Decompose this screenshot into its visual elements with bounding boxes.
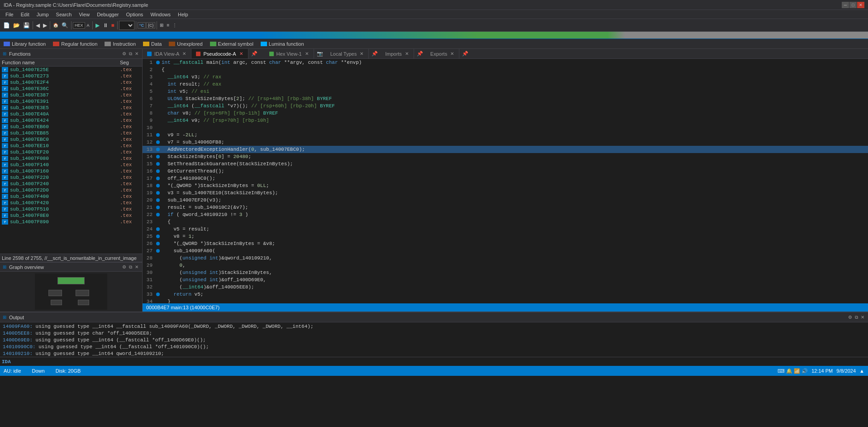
code-line[interactable]: 3 __int64 v3; // rax: [143, 73, 868, 81]
func-row[interactable]: f sub_14007F890 .tex: [0, 219, 142, 225]
tab-pseudocode[interactable]: Pseudocode-A ✕: [191, 49, 248, 58]
code-line[interactable]: 6 ULONG StackSizeInBytes[2]; // [rsp+48h…: [143, 95, 868, 102]
code-line[interactable]: 20 sub_14007EF20(v3);: [143, 197, 868, 204]
ida-view-tab-close[interactable]: ✕: [182, 51, 186, 56]
code-line[interactable]: 11 v9 = -2LL;: [143, 131, 868, 139]
functions-float-btn[interactable]: ⧉: [128, 51, 133, 57]
func-row[interactable]: f sub_14007E36C .tex: [0, 86, 142, 92]
menu-jump[interactable]: Jump: [33, 11, 52, 18]
menu-view[interactable]: View: [75, 11, 93, 18]
code-line[interactable]: 19 v3 = sub_14007EE10(StackSizeInBytes);: [143, 189, 868, 197]
func-row[interactable]: f sub_14007F2D0 .tex: [0, 187, 142, 193]
code-line[interactable]: 33 return v5;: [143, 291, 868, 298]
functions-close-btn[interactable]: ✕: [134, 51, 139, 57]
tb-pause[interactable]: ⏸: [101, 21, 110, 29]
code-line[interactable]: 30 (unsigned int)StackSizeInBytes,: [143, 269, 868, 276]
tb-disasm[interactable]: {C}: [146, 22, 156, 29]
func-row[interactable]: f sub_14007F420 .tex: [0, 200, 142, 206]
code-line[interactable]: 16 GetCurrentThread();: [143, 168, 868, 175]
func-row[interactable]: f sub_14007F140 .tex: [0, 162, 142, 168]
code-line[interactable]: 9 __int64 v9; // [rsp+70h] [rbp-10h]: [143, 117, 868, 124]
code-line[interactable]: 15 SetThreadStackGuarantee(StackSizeInBy…: [143, 160, 868, 168]
code-line[interactable]: 10: [143, 124, 868, 131]
func-row[interactable]: f sub_14007F240 .tex: [0, 181, 142, 187]
func-row[interactable]: f sub_14007E273 .tex: [0, 73, 142, 79]
code-line[interactable]: 1int __fastcall main(int argc, const cha…: [143, 59, 868, 66]
hex-tab-close[interactable]: ✕: [305, 51, 309, 56]
tb-asm[interactable]: A: [86, 22, 91, 29]
ida-input-field[interactable]: [14, 359, 866, 365]
local-types-tab-close[interactable]: ✕: [359, 51, 364, 56]
systray-expand[interactable]: ▲: [859, 368, 864, 374]
func-row[interactable]: f sub_14007F080 .tex: [0, 155, 142, 162]
code-line[interactable]: 25 v8 = 1;: [143, 233, 868, 240]
tb-stop[interactable]: ■: [110, 21, 116, 29]
menu-file[interactable]: File: [2, 11, 17, 18]
maximize-button[interactable]: □: [849, 2, 857, 8]
nav-icon2[interactable]: 📌: [369, 49, 381, 58]
func-row[interactable]: f sub_14007E3E5 .tex: [0, 105, 142, 111]
debugger-dropdown[interactable]: Local Windows debugger: [119, 21, 134, 30]
menu-debugger[interactable]: Debugger: [93, 11, 122, 18]
func-row[interactable]: f sub_14007F220 .tex: [0, 174, 142, 181]
tb-hex[interactable]: HEX: [73, 22, 85, 29]
close-button[interactable]: ✕: [857, 2, 864, 8]
func-row[interactable]: f sub_14007E25E .tex: [0, 67, 142, 73]
func-row[interactable]: f sub_14007E40A .tex: [0, 111, 142, 117]
tb-home[interactable]: 🏠: [52, 22, 60, 29]
code-line[interactable]: 4 int result; // eax: [143, 81, 868, 88]
tb-open[interactable]: 📂: [12, 21, 21, 29]
tb-run[interactable]: ▶: [94, 21, 101, 29]
graph-close-btn[interactable]: ✕: [134, 264, 139, 270]
func-row[interactable]: f sub_14007EF20 .tex: [0, 149, 142, 155]
menu-options[interactable]: Options: [122, 11, 147, 18]
menu-windows[interactable]: Windows: [147, 11, 174, 18]
code-line[interactable]: 31 (unsigned int)&off_1400D69E0,: [143, 276, 868, 283]
nav-icon3[interactable]: 📌: [414, 49, 426, 58]
menu-help[interactable]: Help: [174, 11, 192, 18]
func-row[interactable]: f sub_14007E2F4 .tex: [0, 79, 142, 86]
func-row[interactable]: f sub_14007E391 .tex: [0, 98, 142, 105]
code-line[interactable]: 22 if ( qword_140109210 != 3 ): [143, 211, 868, 218]
output-settings-btn[interactable]: ⚙: [847, 314, 853, 321]
code-line[interactable]: 7 __int64 (__fastcall *v7)(); // [rsp+60…: [143, 102, 868, 110]
menu-search[interactable]: Search: [52, 11, 76, 18]
output-close-btn[interactable]: ✕: [860, 314, 865, 321]
menu-edit[interactable]: Edit: [17, 11, 33, 18]
code-line[interactable]: 8 char v8; // [rsp+6Fh] [rbp-11h] BYREF: [143, 110, 868, 117]
tab-exports[interactable]: Exports ✕: [426, 49, 459, 58]
code-line[interactable]: 21 result = sub_140010C2(&v7);: [143, 204, 868, 211]
tb-c[interactable]: °C: [138, 22, 146, 29]
code-line[interactable]: 12 v7 = sub_14006DFB8;: [143, 139, 868, 146]
func-row[interactable]: f sub_14007F160 .tex: [0, 168, 142, 174]
tb-search[interactable]: 🔍: [60, 21, 70, 29]
func-row[interactable]: f sub_14007F510 .tex: [0, 206, 142, 212]
exports-tab-close[interactable]: ✕: [450, 51, 454, 56]
func-row[interactable]: f sub_14007E424 .tex: [0, 117, 142, 124]
func-row[interactable]: f sub_14007E387 .tex: [0, 92, 142, 98]
code-line[interactable]: 34 }: [143, 298, 868, 303]
functions-table[interactable]: Function name Seg f sub_14007E25E .tex f…: [0, 59, 142, 254]
code-line[interactable]: 23 {: [143, 218, 868, 225]
func-row[interactable]: f sub_14007EB85 .tex: [0, 130, 142, 136]
tb-graph1[interactable]: ⊞: [158, 22, 165, 29]
code-line[interactable]: 27 sub_14009FA60(: [143, 247, 868, 254]
tab-imports[interactable]: Imports ✕: [381, 49, 414, 58]
tb-forward[interactable]: ▶: [42, 21, 48, 29]
tab-hex-view[interactable]: Hex View-1 ✕: [265, 49, 314, 58]
tb-save[interactable]: 💾: [22, 21, 31, 29]
tab-nav-icon[interactable]: 📌: [248, 49, 260, 58]
tb-graph3[interactable]: ⋮: [171, 22, 178, 29]
code-line[interactable]: 28 (unsigned int)&qword_140109210,: [143, 254, 868, 262]
tab-ida-view[interactable]: IDA View-A ✕: [143, 49, 191, 58]
code-line[interactable]: 5 int v5; // esi: [143, 88, 868, 95]
tb-new[interactable]: 📄: [2, 21, 11, 29]
code-line[interactable]: 2{: [143, 66, 868, 73]
add-tab-icon[interactable]: 📌: [459, 49, 471, 58]
code-line[interactable]: 17 off_1401090C0();: [143, 175, 868, 182]
tab-local-types[interactable]: Local Types ✕: [326, 49, 369, 58]
code-line[interactable]: 13 AddVectoredExceptionHandler(0, sub_14…: [143, 146, 868, 153]
func-row[interactable]: f sub_14007F8E0 .tex: [0, 212, 142, 219]
minimize-button[interactable]: ─: [842, 2, 849, 8]
code-line[interactable]: 18 *(_QWORD *)StackSizeInBytes = 0LL;: [143, 182, 868, 189]
